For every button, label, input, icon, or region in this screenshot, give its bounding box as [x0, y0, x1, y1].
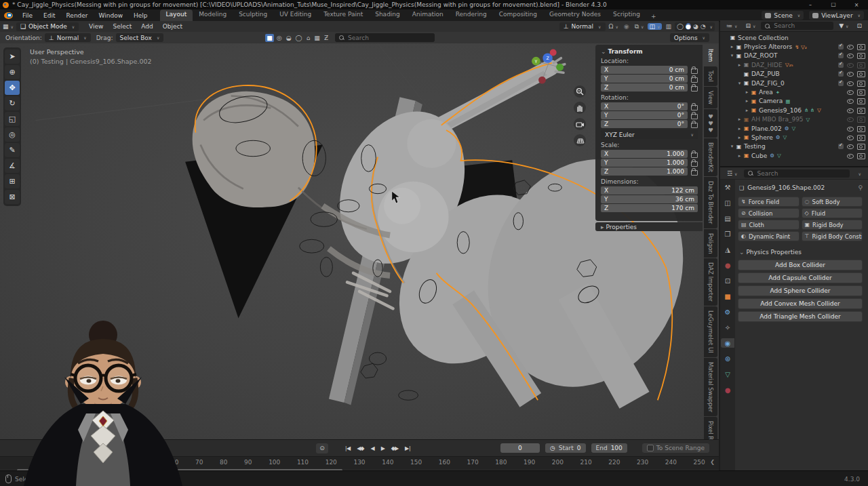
filter-funnel-icon[interactable]: ▼ — [836, 22, 851, 29]
eye-icon[interactable] — [847, 71, 854, 77]
camera-toggle-icon[interactable] — [857, 126, 865, 132]
close-button[interactable]: × — [845, 2, 868, 8]
lock-icon[interactable] — [691, 77, 698, 83]
tool-button[interactable]: ➤ — [5, 49, 20, 64]
lock-icon[interactable] — [691, 170, 698, 176]
add-collider-button[interactable]: Add Sphere Collider — [738, 285, 863, 296]
workspace-tab[interactable]: Animation — [406, 9, 450, 21]
camera-toggle-icon[interactable] — [857, 135, 865, 141]
editor-type-selector[interactable]: ▦ — [0, 23, 16, 30]
physics-type-button[interactable]: ⊘ Collision — [738, 208, 800, 218]
menu-item[interactable]: Window — [94, 12, 129, 19]
physics-type-button[interactable]: ▤ Cloth — [738, 220, 800, 230]
camera-toggle-icon[interactable] — [857, 62, 865, 68]
lock-icon[interactable] — [691, 123, 698, 128]
workspace-tab[interactable]: Rendering — [450, 9, 493, 21]
sidebar-tab[interactable]: Material Swapper — [704, 358, 717, 416]
workspace-tab[interactable]: Geometry Nodes — [543, 9, 607, 21]
rotation-field[interactable]: Y0° — [601, 111, 688, 119]
falloff-icon[interactable]: ◒ — [285, 34, 293, 42]
outliner-row[interactable]: ▸ ▣ Plane.002 ⚙ ▽ — [720, 124, 868, 133]
expand-arrow-icon[interactable]: ▸ — [744, 89, 750, 95]
lock-icon[interactable] — [691, 105, 698, 110]
tool-button[interactable]: ⊞ — [5, 174, 20, 188]
outliner-display-mode-icon[interactable]: ⊟ — [743, 22, 758, 29]
camera-toggle-icon[interactable] — [857, 153, 865, 159]
workspace-tab[interactable]: Compositing — [493, 9, 543, 21]
workspace-tab[interactable]: Shading — [369, 9, 406, 21]
location-field[interactable]: Y0 cm — [601, 75, 688, 83]
outliner-row[interactable]: ▾ ▣ Testing — [720, 142, 868, 151]
scene-selector[interactable]: Scene — [762, 11, 804, 20]
outliner-options-icon[interactable]: ⊡ — [854, 22, 865, 29]
expand-arrow-icon[interactable]: ▸ — [744, 108, 750, 113]
properties-tab-icon[interactable]: ⊡ — [721, 276, 734, 285]
transform-orientation-selector[interactable]: ⊥Normal — [559, 22, 606, 31]
physics-properties-section-header[interactable]: Physics Properties — [739, 249, 863, 256]
expand-arrow-icon[interactable]: ▸ — [736, 126, 743, 131]
sidebar-tab[interactable]: View — [704, 87, 717, 108]
menu-item[interactable]: Edit — [38, 12, 60, 19]
workspace-tab[interactable]: Layout — [160, 9, 193, 21]
add-workspace-button[interactable]: + — [646, 12, 661, 20]
solid-shading-icon[interactable]: ● — [686, 23, 691, 30]
tool-button[interactable]: ∡ — [5, 159, 20, 173]
auto-keying-record-icon[interactable]: ⊙ — [316, 443, 328, 453]
properties-search-input[interactable] — [755, 169, 819, 178]
search-input[interactable] — [347, 34, 431, 42]
proportional-edit-icon[interactable]: ◉ — [622, 23, 631, 30]
workspace-tab[interactable]: UV Editing — [273, 9, 317, 21]
camera-toggle-icon[interactable] — [857, 117, 865, 123]
expand-arrow-icon[interactable]: ▸ — [736, 62, 743, 68]
eye-icon[interactable] — [847, 89, 854, 95]
camera-toggle-icon[interactable] — [857, 89, 865, 96]
checkbox-icon[interactable] — [838, 44, 844, 49]
wireframe-shading-icon[interactable]: ◯ — [677, 23, 684, 30]
outliner-row[interactable]: ▸ ▣ Sphere ⚙ ▽ — [720, 133, 868, 142]
sidebar-tab[interactable]: Poligon — [704, 229, 717, 258]
lock-icon[interactable] — [691, 161, 698, 167]
camera-toggle-icon[interactable] — [857, 144, 865, 150]
viewport-menu-item[interactable]: Select — [108, 23, 136, 30]
viewport-menu-item[interactable]: Object — [158, 23, 187, 30]
location-field[interactable]: Z0 cm — [601, 83, 688, 92]
physics-type-button[interactable]: ◐ Dynamic Paint — [738, 231, 800, 241]
properties-tab-icon[interactable]: ◫ — [721, 198, 734, 207]
tool-button[interactable]: ✥ — [5, 81, 20, 95]
outliner-row[interactable]: ▣ DAZ_PUB — [720, 70, 868, 79]
physics-type-button[interactable]: ⊤ Rigid Body Constraint — [802, 231, 863, 241]
properties-options-icon[interactable] — [854, 170, 864, 177]
sidebar-tab[interactable]: DAZ Importer — [704, 258, 717, 306]
rotation-field[interactable]: X0° — [601, 102, 688, 110]
outliner-row[interactable]: ▸ ▣ AH MBO Bra_995 ▽ — [720, 115, 868, 124]
outliner-search[interactable] — [761, 22, 833, 30]
outliner-row[interactable]: ▸ ▣ Physics Alterors ↯ ▽₂ — [720, 42, 868, 51]
scale-field[interactable]: Y1.000 — [601, 159, 688, 167]
lock-icon[interactable] — [691, 114, 698, 119]
camera-toggle-icon[interactable] — [857, 53, 865, 59]
drag-dropdown[interactable]: Select Box — [116, 33, 164, 42]
playback-button[interactable]: ▶∣ — [402, 444, 413, 453]
camera-toggle-icon[interactable] — [857, 108, 865, 114]
sidebar-tab[interactable]: BlenderKit — [704, 138, 717, 176]
collapse-arrow-icon[interactable]: ❮ — [710, 459, 715, 465]
outliner-row[interactable]: ▸ ▣ Genesis9_106 ⋔ ⋔ ▽ — [720, 106, 868, 115]
eye-icon[interactable] — [847, 53, 854, 58]
camera-toggle-icon[interactable] — [857, 44, 865, 50]
sidebar-tab[interactable]: Daz To Blender — [704, 177, 717, 228]
checkbox-icon[interactable] — [647, 445, 654, 451]
workspace-tab[interactable]: Scripting — [607, 9, 646, 21]
dimension-field[interactable]: Z170 cm — [601, 204, 698, 212]
expand-arrow-icon[interactable]: ▾ — [729, 144, 735, 149]
tool-button[interactable]: ↻ — [5, 96, 20, 110]
expand-arrow-icon[interactable]: ▾ — [736, 81, 743, 86]
sidebar-tab[interactable]: Item — [704, 45, 717, 66]
sidebar-tab[interactable]: LeGuymelet UI — [704, 306, 717, 357]
expand-arrow-icon[interactable]: ▾ — [729, 53, 735, 58]
properties-tab-icon[interactable]: ⚙ — [721, 307, 734, 317]
dimension-field[interactable]: Y36 cm — [601, 195, 698, 203]
orientation-dropdown[interactable]: ⊥Normal — [45, 33, 91, 42]
physics-type-button[interactable]: ▣ Rigid Body — [802, 220, 863, 230]
eye-icon[interactable] — [847, 126, 854, 131]
sidebar-tab[interactable]: Tool — [704, 66, 717, 86]
